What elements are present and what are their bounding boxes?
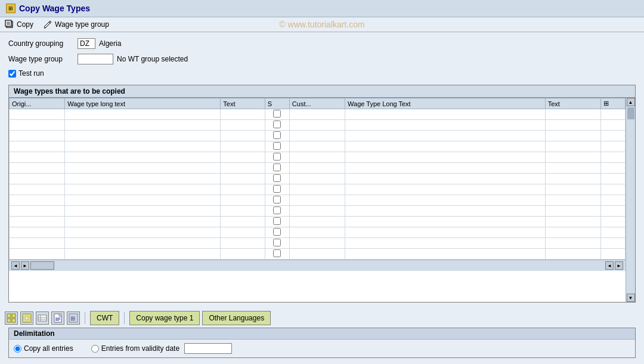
scroll-up-btn[interactable]: ▲: [627, 98, 635, 106]
horizontal-scrollbar[interactable]: [30, 261, 54, 270]
table-row[interactable]: [10, 131, 626, 141]
vertical-scrollbar[interactable]: ▲ ▼: [626, 98, 635, 302]
cell-orig[interactable]: [10, 184, 65, 195]
cell-text[interactable]: [221, 120, 265, 131]
cell-wt-long[interactable]: [345, 120, 546, 131]
copy-wage-type-button[interactable]: Copy wage type 1: [129, 311, 200, 325]
cell-text[interactable]: [221, 227, 265, 238]
cell-s[interactable]: [265, 184, 289, 195]
cell-text2[interactable]: [545, 227, 600, 238]
cell-orig[interactable]: [10, 206, 65, 217]
table-row[interactable]: [10, 109, 626, 120]
cell-text2[interactable]: [545, 109, 600, 120]
table-row[interactable]: [10, 227, 626, 238]
cell-text[interactable]: [221, 152, 265, 163]
cell-text2[interactable]: [545, 141, 600, 152]
validity-date-input[interactable]: [184, 343, 232, 354]
cell-long[interactable]: [65, 120, 221, 131]
cell-wt-long[interactable]: [345, 238, 546, 249]
cell-orig[interactable]: [10, 227, 65, 238]
cell-text[interactable]: [221, 217, 265, 227]
cell-cust[interactable]: [289, 120, 345, 131]
cell-cust[interactable]: [289, 131, 345, 141]
cell-orig[interactable]: [10, 163, 65, 174]
cell-long[interactable]: [65, 152, 221, 163]
table-row[interactable]: [10, 217, 626, 227]
cell-orig[interactable]: [10, 238, 65, 249]
table-row[interactable]: [10, 206, 626, 217]
cell-cust[interactable]: [289, 184, 345, 195]
cell-s[interactable]: [265, 249, 289, 260]
cell-text2[interactable]: [545, 195, 600, 206]
cell-text2[interactable]: [545, 152, 600, 163]
scroll-down-btn[interactable]: ▼: [627, 294, 635, 302]
cell-cust[interactable]: [289, 152, 345, 163]
cell-text2[interactable]: [545, 238, 600, 249]
table-row[interactable]: [10, 163, 626, 174]
table-row[interactable]: [10, 141, 626, 152]
scroll-left-btn[interactable]: ◄: [11, 261, 20, 270]
cell-text[interactable]: [221, 238, 265, 249]
cell-long[interactable]: [65, 238, 221, 249]
cell-s[interactable]: [265, 152, 289, 163]
cell-s[interactable]: [265, 217, 289, 227]
cell-text[interactable]: [221, 195, 265, 206]
wage-type-group-toolbar-item[interactable]: Wage type group: [43, 20, 109, 29]
cell-s[interactable]: [265, 109, 289, 120]
cell-s[interactable]: [265, 163, 289, 174]
cell-long[interactable]: [65, 174, 221, 184]
cell-wt-long[interactable]: [345, 163, 546, 174]
cell-orig[interactable]: [10, 131, 65, 141]
other-languages-button[interactable]: Other Languages: [202, 311, 271, 325]
cell-wt-long[interactable]: [345, 195, 546, 206]
table-row[interactable]: [10, 120, 626, 131]
scroll-right2-btn[interactable]: ◄: [605, 261, 614, 270]
cell-orig[interactable]: [10, 249, 65, 260]
cell-long[interactable]: [65, 195, 221, 206]
cell-cust[interactable]: [289, 109, 345, 120]
icon-btn-3[interactable]: [36, 311, 49, 325]
cell-cust[interactable]: [289, 238, 345, 249]
copy-toolbar-item[interactable]: Copy: [5, 20, 33, 29]
cell-text2[interactable]: [545, 184, 600, 195]
cell-text[interactable]: [221, 109, 265, 120]
cell-wt-long[interactable]: [345, 174, 546, 184]
cell-long[interactable]: [65, 249, 221, 260]
copy-all-radio[interactable]: [14, 345, 21, 353]
cell-wt-long[interactable]: [345, 131, 546, 141]
table-row[interactable]: [10, 174, 626, 184]
icon-btn-4[interactable]: [51, 311, 64, 325]
icon-btn-1[interactable]: [5, 311, 18, 325]
table-row[interactable]: [10, 249, 626, 260]
cell-text2[interactable]: [545, 174, 600, 184]
cell-cust[interactable]: [289, 163, 345, 174]
cell-cust[interactable]: [289, 206, 345, 217]
scroll-right3-btn[interactable]: ►: [615, 261, 623, 270]
cell-orig[interactable]: [10, 120, 65, 131]
cell-long[interactable]: [65, 206, 221, 217]
table-row[interactable]: [10, 184, 626, 195]
validity-radio[interactable]: [91, 345, 99, 353]
cell-s[interactable]: [265, 195, 289, 206]
cell-text[interactable]: [221, 174, 265, 184]
cell-long[interactable]: [65, 184, 221, 195]
cell-wt-long[interactable]: [345, 206, 546, 217]
cell-orig[interactable]: [10, 174, 65, 184]
wage-type-group-input[interactable]: [78, 54, 113, 64]
cell-s[interactable]: [265, 206, 289, 217]
test-run-label[interactable]: Test run: [18, 69, 44, 78]
cell-s[interactable]: [265, 120, 289, 131]
cell-cust[interactable]: [289, 195, 345, 206]
table-row[interactable]: [10, 238, 626, 249]
cell-orig[interactable]: [10, 217, 65, 227]
cell-text[interactable]: [221, 249, 265, 260]
cell-text[interactable]: [221, 131, 265, 141]
test-run-checkbox[interactable]: [8, 70, 16, 78]
cwt-button[interactable]: CWT: [90, 311, 119, 325]
cell-cust[interactable]: [289, 217, 345, 227]
cell-text[interactable]: [221, 141, 265, 152]
cell-wt-long[interactable]: [345, 152, 546, 163]
cell-wt-long[interactable]: [345, 141, 546, 152]
entries-validity-label[interactable]: Entries from validity date: [101, 344, 179, 353]
table-row[interactable]: [10, 152, 626, 163]
